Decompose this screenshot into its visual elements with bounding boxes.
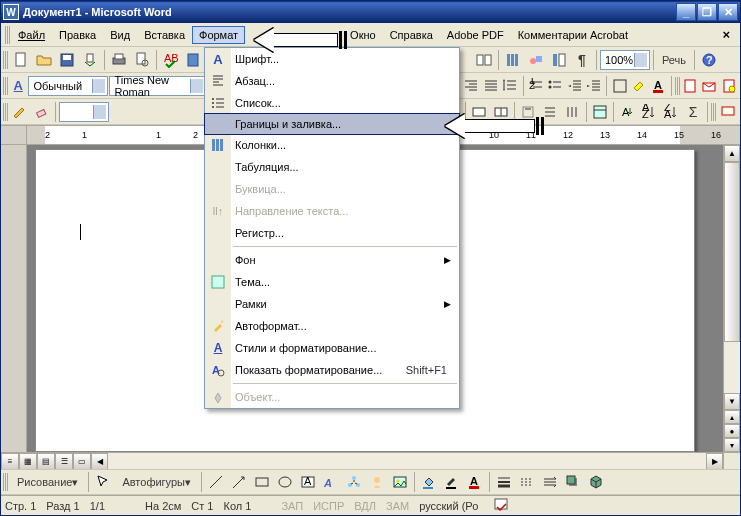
justify-button[interactable] — [482, 75, 501, 97]
status-rec[interactable]: ЗАП — [281, 500, 303, 512]
autosum-button[interactable]: Σ — [683, 101, 704, 123]
oval-button[interactable] — [274, 471, 296, 493]
help-button[interactable]: ? — [698, 49, 720, 71]
table-autoformat-button[interactable] — [589, 101, 610, 123]
pdf-convert-button[interactable] — [681, 75, 700, 97]
dash-style-button[interactable] — [516, 471, 538, 493]
bullets-button[interactable] — [546, 75, 565, 97]
next-page-button[interactable]: ▾ — [724, 438, 740, 452]
sort-desc-button[interactable]: ZA — [661, 101, 682, 123]
sort-asc-button[interactable]: AZ — [639, 101, 660, 123]
line-style-combo[interactable] — [59, 102, 109, 122]
3d-button[interactable] — [585, 471, 607, 493]
open-button[interactable] — [33, 49, 55, 71]
dec-indent-button[interactable] — [565, 75, 584, 97]
font-color-draw-button[interactable]: A — [464, 471, 486, 493]
autoshapes-button[interactable]: Автофигуры ▾ — [115, 471, 198, 493]
menuitem-columns[interactable]: Колонки... — [205, 134, 459, 156]
draw-menu-button[interactable]: Рисование ▾ — [10, 471, 85, 493]
menu-window[interactable]: Окно — [343, 26, 383, 44]
menuitem-bullets[interactable]: Список... — [205, 92, 459, 114]
menu-insert[interactable]: Вставка — [137, 26, 192, 44]
show-marks-button[interactable]: ¶ — [571, 49, 593, 71]
menuitem-frames[interactable]: Рамки▶ — [205, 293, 459, 315]
picture-button[interactable] — [389, 471, 411, 493]
doc-close-button[interactable]: × — [716, 27, 736, 42]
menu-help[interactable]: Справка — [383, 26, 440, 44]
columns-button[interactable] — [502, 49, 524, 71]
align-right-button[interactable] — [462, 75, 481, 97]
textbox-button[interactable]: A — [297, 471, 319, 493]
line-button[interactable] — [205, 471, 227, 493]
linespace-button[interactable] — [501, 75, 520, 97]
browse-object-button[interactable]: ● — [724, 424, 740, 438]
scroll-down-button[interactable]: ▼ — [724, 393, 740, 410]
inc-indent-button[interactable] — [585, 75, 604, 97]
scroll-thumb[interactable] — [724, 162, 740, 342]
status-ext[interactable]: ВДЛ — [354, 500, 376, 512]
horizontal-scrollbar[interactable] — [108, 453, 706, 469]
styles-pane-button[interactable]: A — [9, 75, 28, 97]
zoom-combo[interactable]: 100% — [600, 50, 650, 70]
arrow-style-button[interactable] — [539, 471, 561, 493]
menuitem-autoformat[interactable]: Автоформат... — [205, 315, 459, 337]
menuitem-tabs[interactable]: Табуляция... — [205, 156, 459, 178]
read-button[interactable] — [473, 49, 495, 71]
rectangle-button[interactable] — [251, 471, 273, 493]
pdf-email-button[interactable] — [700, 75, 719, 97]
doc-map-button[interactable] — [548, 49, 570, 71]
dist-cols-button[interactable] — [562, 101, 583, 123]
vertical-ruler[interactable] — [1, 145, 27, 452]
print-preview-button[interactable] — [131, 49, 153, 71]
menuitem-change-case[interactable]: Регистр... — [205, 222, 459, 244]
fill-color-button[interactable] — [418, 471, 440, 493]
acrobat-comments-button[interactable] — [717, 101, 738, 123]
print-button[interactable] — [108, 49, 130, 71]
reading-view-button[interactable]: ▭ — [73, 453, 91, 470]
minimize-button[interactable]: _ — [676, 3, 696, 21]
close-button[interactable]: ✕ — [718, 3, 738, 21]
diagram-button[interactable] — [343, 471, 365, 493]
spellcheck-button[interactable]: AB — [160, 49, 182, 71]
menu-acrobat-comments[interactable]: Комментарии Acrobat — [511, 26, 635, 44]
eraser-button[interactable] — [31, 101, 52, 123]
borders-button[interactable] — [610, 75, 629, 97]
menu-file[interactable]: Файл — [11, 26, 52, 44]
vertical-scrollbar[interactable]: ▲ ▼ ▴ ● ▾ — [723, 145, 740, 452]
select-objects-button[interactable] — [92, 471, 114, 493]
scroll-left-button[interactable]: ◀ — [91, 453, 108, 470]
research-button[interactable] — [183, 49, 205, 71]
menu-format[interactable]: Формат — [192, 26, 245, 44]
text-direction-button[interactable]: A — [617, 101, 638, 123]
line-color-button[interactable] — [441, 471, 463, 493]
pdf-review-button[interactable] — [720, 75, 739, 97]
permissions-button[interactable] — [79, 49, 101, 71]
scroll-up-button[interactable]: ▲ — [724, 145, 740, 162]
normal-view-button[interactable]: ≡ — [1, 453, 19, 470]
draw-table-button[interactable] — [10, 101, 31, 123]
status-lang[interactable]: русский (Ро — [419, 500, 478, 512]
menuitem-background[interactable]: Фон▶ — [205, 249, 459, 271]
menu-edit[interactable]: Правка — [52, 26, 103, 44]
line-weight-button[interactable] — [493, 471, 515, 493]
status-ovr[interactable]: ЗАМ — [386, 500, 409, 512]
new-button[interactable] — [10, 49, 32, 71]
menu-view[interactable]: Вид — [103, 26, 137, 44]
font-combo[interactable]: Times New Roman — [109, 76, 206, 96]
shadow-button[interactable] — [562, 471, 584, 493]
arrow-button[interactable] — [228, 471, 250, 493]
wordart-button[interactable]: A — [320, 471, 342, 493]
scroll-right-button[interactable]: ▶ — [706, 453, 723, 470]
menuitem-borders-shading[interactable]: Границы и заливка... — [204, 113, 460, 135]
save-button[interactable] — [56, 49, 78, 71]
outline-view-button[interactable]: ☰ — [55, 453, 73, 470]
font-color-button[interactable]: A — [649, 75, 668, 97]
menuitem-styles[interactable]: A Стили и форматирование... — [205, 337, 459, 359]
style-combo[interactable]: Обычный — [28, 76, 108, 96]
drawing-button[interactable] — [525, 49, 547, 71]
restore-button[interactable]: ❐ — [697, 3, 717, 21]
menu-adobe-pdf[interactable]: Adobe PDF — [440, 26, 511, 44]
speech-button[interactable]: Речь — [657, 49, 691, 71]
web-view-button[interactable]: ▦ — [19, 453, 37, 470]
numbering-button[interactable]: 12 — [526, 75, 545, 97]
